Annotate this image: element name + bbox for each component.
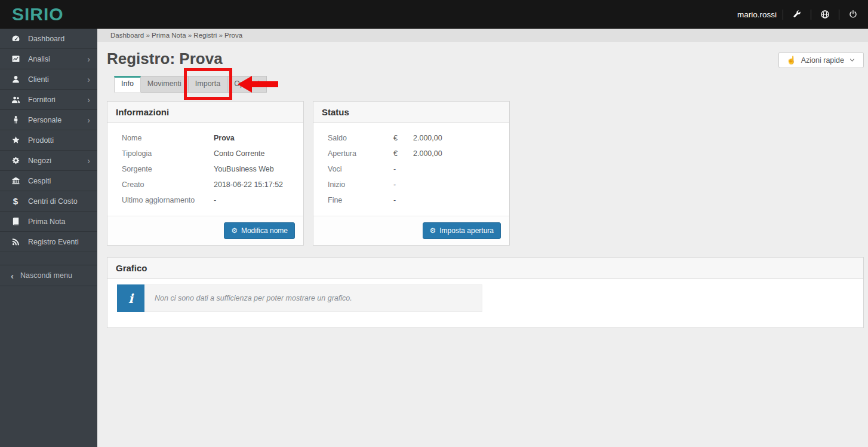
button-label: Imposta apertura xyxy=(439,226,494,235)
row-value: 2.000,00 xyxy=(413,149,442,158)
tab-opzioni[interactable]: Opzioni xyxy=(227,76,266,93)
sidebar-item-analisi[interactable]: Analisi › xyxy=(0,49,97,69)
breadcrumb[interactable]: Dashboard » Prima Nota » Registri » Prov… xyxy=(97,29,868,42)
chevron-right-icon: › xyxy=(87,157,90,165)
globe-icon[interactable] xyxy=(817,7,833,22)
person-icon xyxy=(11,115,20,125)
book-icon xyxy=(11,217,20,226)
row-currency: € xyxy=(393,149,413,158)
row-currency: - xyxy=(393,180,413,189)
row-label: Inizio xyxy=(328,180,393,189)
info-alert: i Non ci sono dati a sufficienza per pot… xyxy=(117,284,854,312)
divider xyxy=(811,10,811,20)
sidebar-item-personale[interactable]: Personale › xyxy=(0,110,97,130)
wrench-icon[interactable] xyxy=(789,7,805,22)
row-value: - xyxy=(214,196,216,205)
status-row: Apertura € 2.000,00 xyxy=(328,149,501,158)
sidebar-item-label: Centri di Costo xyxy=(28,197,78,206)
sidebar-item-prodotti[interactable]: Prodotti xyxy=(0,130,97,151)
row-label: Creato xyxy=(122,180,214,189)
card-title: Status xyxy=(313,102,509,123)
quick-actions-label: Azioni rapide xyxy=(801,56,844,65)
modifica-nome-button[interactable]: ⚙ Modifica nome xyxy=(224,222,295,239)
sidebar-item-label: Fornitori xyxy=(28,96,56,104)
bank-icon xyxy=(11,176,20,186)
user-icon xyxy=(11,75,20,84)
row-value: Prova xyxy=(214,134,235,143)
tab-importa[interactable]: Importa xyxy=(189,76,227,93)
sidebar-item-label: Prima Nota xyxy=(28,218,66,226)
sidebar-item-negozi[interactable]: Negozi › xyxy=(0,151,97,171)
power-icon[interactable] xyxy=(845,7,861,22)
sidebar-item-clienti[interactable]: Clienti › xyxy=(0,69,97,90)
grafico-panel: Grafico i Non ci sono dati a sufficienza… xyxy=(107,257,864,328)
panel-title: Grafico xyxy=(107,258,863,279)
row-label: Ultimo aggiornamento xyxy=(122,196,214,205)
gear-icon: ⚙ xyxy=(231,227,238,234)
sidebar-item-label: Negozi xyxy=(28,157,51,165)
status-row: Fine - xyxy=(328,196,501,205)
sidebar-item-dashboard[interactable]: Dashboard xyxy=(0,29,97,49)
status-row: Inizio - xyxy=(328,180,501,189)
page-header: Registro: Prova ☝ Azioni rapide xyxy=(107,49,864,68)
tab-movimenti[interactable]: Movimenti xyxy=(141,76,189,93)
topbar: SIRIO mario.rossi xyxy=(0,0,868,29)
info-row: Nome Prova xyxy=(122,134,295,143)
sidebar-item-label: Personale xyxy=(28,116,61,124)
row-label: Fine xyxy=(328,196,393,205)
chevron-right-icon: › xyxy=(87,75,90,84)
star-icon xyxy=(11,136,20,145)
sidebar-item-label: Prodotti xyxy=(28,136,54,145)
row-label: Saldo xyxy=(328,134,393,143)
sidebar-item-fornitori[interactable]: Fornitori › xyxy=(0,90,97,110)
users-icon xyxy=(11,95,20,105)
gauge-icon xyxy=(11,34,20,44)
row-value: YouBusiness Web xyxy=(214,165,274,174)
quick-actions-button[interactable]: ☝ Azioni rapide xyxy=(778,52,864,68)
logo-text[interactable]: SIRIO xyxy=(0,0,97,29)
row-label: Sorgente xyxy=(122,165,214,174)
info-row: Ultimo aggiornamento - xyxy=(122,196,295,205)
tab-bar: Info Movimenti Importa Opzioni xyxy=(114,76,864,93)
chevron-down-icon xyxy=(849,57,855,63)
chevron-left-icon: ‹ xyxy=(11,271,14,281)
sidebar-item-prima-nota[interactable]: Prima Nota xyxy=(0,212,97,232)
sidebar-item-label: Cespiti xyxy=(28,177,51,185)
card-footer: ⚙ Modifica nome xyxy=(107,216,303,245)
card-title: Informazioni xyxy=(107,102,303,123)
info-icon: i xyxy=(117,284,144,312)
sidebar-collapse-button[interactable]: ‹ Nascondi menu xyxy=(0,265,97,286)
chevron-right-icon: › xyxy=(87,55,90,63)
sidebar-item-label: Registro Eventi xyxy=(28,238,79,246)
chart-line-icon xyxy=(11,54,20,64)
card-body: Saldo € 2.000,00 Apertura € 2.000,00 Voc… xyxy=(313,123,509,216)
cards-row: Informazioni Nome Prova Tipologia Conto … xyxy=(107,101,864,246)
sidebar-item-label: Clienti xyxy=(28,75,49,84)
sidebar-item-label: Analisi xyxy=(28,55,50,63)
imposta-apertura-button[interactable]: ⚙ Imposta apertura xyxy=(423,222,501,239)
informazioni-card: Informazioni Nome Prova Tipologia Conto … xyxy=(107,101,304,246)
status-card: Status Saldo € 2.000,00 Apertura € 2.000… xyxy=(313,101,510,246)
row-value: 2.000,00 xyxy=(413,134,442,143)
tab-info[interactable]: Info xyxy=(114,76,141,93)
row-value: 2018-06-22 15:17:52 xyxy=(214,180,283,189)
row-label: Tipologia xyxy=(122,149,214,158)
chevron-right-icon: › xyxy=(87,116,90,124)
button-label: Modifica nome xyxy=(241,226,288,235)
content: Registro: Prova ☝ Azioni rapide Info Mov… xyxy=(97,42,868,328)
row-currency: - xyxy=(393,165,413,174)
username[interactable]: mario.rossi xyxy=(737,10,777,19)
divider xyxy=(839,10,839,20)
divider xyxy=(783,10,783,20)
rss-icon xyxy=(11,237,20,247)
row-currency: - xyxy=(393,196,413,205)
info-row: Tipologia Conto Corrente xyxy=(122,149,295,158)
panel-body: i Non ci sono dati a sufficienza per pot… xyxy=(107,279,863,327)
sidebar-item-cespiti[interactable]: Cespiti xyxy=(0,171,97,191)
gear-icon xyxy=(11,156,20,166)
sidebar-item-centri-di-costo[interactable]: $ Centri di Costo xyxy=(0,191,97,212)
info-row: Creato 2018-06-22 15:17:52 xyxy=(122,180,295,189)
main-area: Dashboard » Prima Nota » Registri » Prov… xyxy=(97,29,868,447)
sidebar-item-registro-eventi[interactable]: Registro Eventi xyxy=(0,232,97,252)
info-row: Sorgente YouBusiness Web xyxy=(122,165,295,174)
